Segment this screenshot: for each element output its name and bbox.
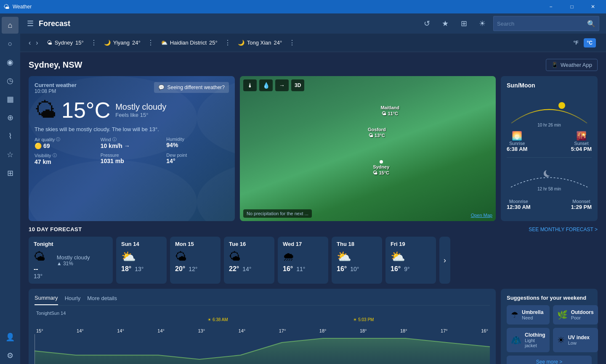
moon-arc-svg: 12 hr 58 min	[507, 162, 592, 195]
search-box: 🔍	[493, 16, 599, 31]
outdoors-icon: 🌿	[557, 310, 568, 320]
nav-user[interactable]: 👤	[2, 329, 19, 346]
refresh-button[interactable]: ↺	[419, 16, 434, 31]
weather-app-button[interactable]: 📱 Weather App	[546, 59, 598, 71]
nav-clock[interactable]: ◷	[2, 72, 19, 89]
cw-label: Current weather	[35, 82, 77, 88]
haidian-temp: 25°	[209, 40, 218, 46]
maximize-button[interactable]: □	[562, 0, 582, 13]
sm-divider	[507, 157, 592, 158]
location-tongxian[interactable]: 🌙 Tong Xian 24°	[233, 34, 287, 52]
map-precip-button[interactable]: 💧	[259, 79, 273, 91]
see-monthly-link[interactable]: SEE MONTHLY FORECAST >	[529, 227, 598, 232]
search-icon[interactable]: 🔍	[587, 20, 595, 28]
sun-markers: ☀ 6:38 AM ☀ 5:03 PM	[35, 317, 490, 327]
menu-icon[interactable]: ☰	[27, 19, 34, 28]
forecast-scroll-button[interactable]: ›	[439, 237, 450, 284]
titlebar: 🌤 Weather − □ ✕	[0, 0, 606, 13]
map-background: Maitland 🌤 11°C Gosford 🌤 13°C Sydney 🌤 …	[240, 76, 496, 221]
tab-summary[interactable]: Summary	[35, 295, 58, 305]
tue16-icon: 🌤	[229, 250, 269, 264]
vis-info-icon[interactable]: ⓘ	[53, 153, 57, 158]
forecast-fri19: Fri 19 ⛅ 16° 9°	[385, 237, 436, 284]
titlebar-title: Weather	[13, 4, 32, 10]
display-button[interactable]: ☀	[475, 16, 490, 31]
forecast-tonight: Tonight 🌤 -- 13° Mostly cloudy ▲ 31%	[29, 237, 113, 284]
sunset-item: 🌇 Sunset 5:04 PM	[571, 131, 592, 152]
map-3d-button[interactable]: 3D	[291, 79, 304, 91]
cw-desc: Mostly cloudy Feels like 15°	[115, 102, 166, 118]
minimize-button[interactable]: −	[541, 0, 561, 13]
maitland-label: Maitland 🌤 11°C	[380, 105, 399, 116]
nav-news[interactable]: ○	[2, 35, 19, 52]
forecast-mon15: Mon 15 🌤 20° 12°	[170, 237, 221, 284]
moon-row: Moonrise 12:30 AM Moonset 1:29 PM	[507, 199, 592, 210]
svg-text:12 hr 58 min: 12 hr 58 min	[537, 187, 561, 191]
sunrise-marker: ☀ 6:38 AM	[207, 317, 228, 322]
loc-prev-button[interactable]: ‹	[27, 39, 32, 47]
nav-chart[interactable]: ⌇	[2, 128, 19, 145]
sun-moon-card: Sun/Moon 10	[501, 76, 598, 221]
tongxian-menu-icon[interactable]: ⋮	[289, 39, 295, 47]
clothing-label: Clothing	[525, 332, 545, 338]
haidian-menu-icon[interactable]: ⋮	[224, 39, 231, 47]
visibility-val: 47 km	[35, 158, 97, 165]
unit-f-button[interactable]: °F	[570, 38, 582, 47]
close-button[interactable]: ✕	[583, 0, 603, 13]
umbrella-val: Need	[522, 315, 543, 320]
tab-hourly[interactable]: Hourly	[65, 295, 81, 305]
nav-globe[interactable]: ◉	[2, 54, 19, 71]
main-content: ☰ Forecast ↺ ★ ⊞ ☀ 🔍 ‹ › 🌤 Sydney 15°	[20, 13, 606, 364]
nav-star[interactable]: ☆	[2, 146, 19, 163]
mon15-day: Mon 15	[175, 241, 215, 247]
city-name: Sydney, NSW	[29, 60, 82, 70]
see-more-button[interactable]: See more >	[507, 356, 592, 364]
unit-c-button[interactable]: °C	[584, 38, 596, 47]
tonight-desc: Mostly cloudy	[57, 254, 90, 261]
nav-location[interactable]: ⊕	[2, 109, 19, 126]
yiyang-name: Yiyang	[113, 40, 130, 46]
page-title: Forecast	[39, 19, 414, 28]
tonight-low: 13°	[34, 273, 53, 280]
yiyang-menu-icon[interactable]: ⋮	[147, 39, 154, 47]
tab-more-details[interactable]: More details	[87, 295, 117, 305]
sydney-menu-icon[interactable]: ⋮	[90, 39, 97, 47]
nav-settings[interactable]: ⚙	[2, 347, 19, 364]
info-icon[interactable]: ⓘ	[56, 137, 60, 142]
svg-point-3	[546, 169, 553, 176]
nav-calendar[interactable]: ▦	[2, 91, 19, 108]
air-quality-label: Air quality ⓘ	[35, 137, 97, 142]
pressure-label: Pressure	[101, 153, 163, 158]
map-wind-button[interactable]: →	[275, 79, 289, 91]
sun14-high: 18°	[121, 265, 131, 273]
open-map-link[interactable]: Open Map	[471, 213, 492, 218]
location-yiyang[interactable]: 🌙 Yiyang 24°	[99, 34, 146, 52]
cw-stats: Air quality ⓘ 🟡 69 Wind ⓘ 10 km/h → Humi…	[35, 137, 229, 165]
loc-next-button[interactable]: ›	[34, 39, 40, 47]
nav-apps[interactable]: ⊞	[2, 165, 19, 182]
stat-wind: Wind ⓘ 10 km/h →	[101, 137, 163, 149]
location-haidian[interactable]: ⛅ Haidian District 25°	[156, 34, 223, 52]
nav-home[interactable]: ⌂	[2, 17, 19, 34]
content-area: Sydney, NSW 📱 Weather App Current weathe…	[20, 52, 606, 364]
location-bar: ‹ › 🌤 Sydney 15° ⋮ 🌙 Yiyang 24° ⋮ ⛅ Haid…	[20, 34, 606, 52]
compare-button[interactable]: ⊞	[456, 16, 471, 31]
search-input[interactable]	[497, 21, 587, 27]
wind-info-icon[interactable]: ⓘ	[112, 137, 117, 142]
favorite-button[interactable]: ★	[438, 16, 453, 31]
fri19-day: Fri 19	[391, 241, 431, 247]
titlebar-left: 🌤 Weather	[3, 3, 32, 10]
tue16-day: Tue 16	[229, 241, 269, 247]
map-temp-button[interactable]: 🌡	[243, 79, 257, 91]
location-sydney[interactable]: 🌤 Sydney 15°	[42, 34, 89, 52]
weather-description: Mostly cloudy	[115, 102, 166, 112]
visibility-label: Visibility ⓘ	[35, 153, 97, 158]
summary-tabs: Summary Hourly More details	[35, 295, 490, 306]
unit-toggle: °F °C	[566, 38, 599, 47]
umbrella-label: Umbrella	[522, 309, 543, 315]
seeing-diff-button[interactable]: 💬 Seeing different weather?	[154, 82, 229, 93]
wed17-icon: 🌧	[283, 250, 323, 264]
map-toolbar: 🌡 💧 → 3D	[243, 79, 492, 91]
sun14-low: 13°	[135, 266, 144, 272]
clothing-val: Light jacket	[525, 338, 545, 348]
